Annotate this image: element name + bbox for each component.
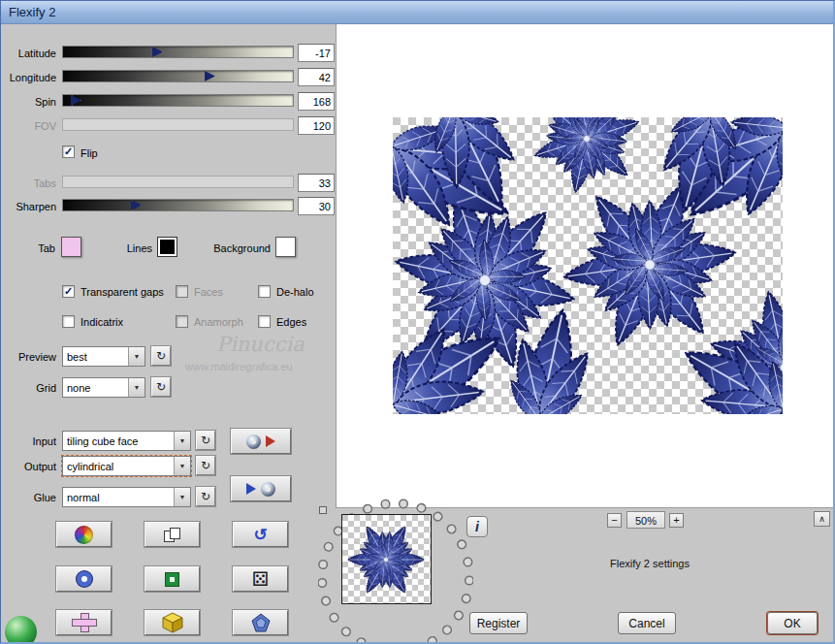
- fov-row: FOV 120: [3, 116, 336, 136]
- cross-icon: [72, 613, 97, 632]
- refresh-icon: ↻: [201, 434, 210, 447]
- minus-icon: −: [611, 515, 617, 526]
- zoom-level: 50%: [626, 511, 665, 529]
- dehalo-checkbox[interactable]: [258, 285, 271, 298]
- flip-checkbox[interactable]: ✓: [62, 145, 75, 158]
- logo-swirl-button[interactable]: [56, 522, 112, 547]
- swatch-row: Tab Lines Background: [3, 237, 336, 260]
- longitude-slider[interactable]: [62, 70, 294, 82]
- cancel-button[interactable]: Cancel: [618, 612, 676, 634]
- titlebar[interactable]: Flexify 2: [1, 1, 833, 24]
- random-button[interactable]: ⚄: [233, 566, 288, 592]
- cancel-button-label: Cancel: [628, 617, 664, 630]
- faces-checkbox: [176, 285, 188, 298]
- sharpen-value[interactable]: 30: [298, 197, 335, 215]
- glue-cycle-button[interactable]: ↻: [196, 487, 215, 506]
- chevron-down-icon[interactable]: ▼: [174, 432, 190, 450]
- output-cycle-button[interactable]: ↻: [196, 456, 215, 475]
- grid-row: Grid none ▼ ↻: [3, 377, 336, 399]
- indicatrix-label: Indicatrix: [80, 316, 123, 328]
- grid-cycle-button[interactable]: ↻: [151, 377, 171, 397]
- lines-swatch-label: Lines: [119, 242, 152, 254]
- settings-up-button[interactable]: ∧: [814, 511, 830, 527]
- background-color-swatch[interactable]: [275, 237, 296, 257]
- sharpen-label: Sharpen: [3, 201, 56, 212]
- chevron-down-icon[interactable]: ▼: [128, 347, 145, 366]
- ok-button[interactable]: OK: [767, 612, 818, 634]
- spin-row: Spin 168: [3, 92, 336, 112]
- transparent-gaps-checkbox[interactable]: ✓: [62, 285, 75, 298]
- preview-combo-label: Preview: [3, 351, 56, 363]
- up-arrow-icon: ∧: [819, 515, 825, 524]
- zoom-in-button[interactable]: +: [669, 513, 684, 528]
- spin-slider-handle[interactable]: [71, 95, 81, 106]
- spin-value[interactable]: 168: [298, 92, 335, 111]
- edges-checkbox[interactable]: [258, 315, 271, 328]
- indicatrix-checkbox[interactable]: [62, 315, 75, 328]
- sharpen-slider[interactable]: [62, 199, 294, 211]
- latitude-value[interactable]: -17: [298, 44, 335, 62]
- unfold-cube-button[interactable]: [56, 610, 112, 635]
- fov-slider: [62, 118, 294, 131]
- play-icon: [246, 483, 256, 495]
- output-row: Output cylindrical ▼ ↻: [3, 456, 336, 477]
- polyhedron-button[interactable]: [233, 610, 288, 635]
- grid-combo[interactable]: none ▼: [62, 377, 145, 398]
- output-combo-value: cylindrical: [63, 457, 174, 475]
- input-combo-value: tiling cube face: [63, 432, 174, 450]
- preview-combo[interactable]: best ▼: [62, 346, 145, 367]
- copy-pages-icon: [164, 528, 180, 542]
- grid-combo-value: none: [63, 378, 128, 397]
- tabs-label: Tabs: [3, 177, 56, 189]
- register-button[interactable]: Register: [469, 612, 528, 634]
- chevron-down-icon[interactable]: ▼: [128, 378, 145, 397]
- latitude-slider[interactable]: [62, 46, 294, 58]
- frame-button[interactable]: [145, 566, 200, 592]
- ring-button[interactable]: [56, 566, 112, 592]
- copy-settings-button[interactable]: [145, 522, 200, 547]
- green-sphere-icon[interactable]: [5, 616, 37, 644]
- glue-combo-label: Glue: [3, 492, 56, 503]
- glue-play-button[interactable]: [231, 476, 291, 501]
- anamorph-checkbox: [176, 315, 188, 328]
- chevron-down-icon[interactable]: ▼: [174, 457, 190, 475]
- longitude-row: Longitude 42: [3, 68, 336, 87]
- preview-area[interactable]: [336, 24, 835, 508]
- watermark-url: www.maidiregrafica.eu: [185, 361, 293, 372]
- play-icon: [266, 435, 275, 447]
- plus-icon: +: [673, 515, 679, 526]
- zoom-out-button[interactable]: −: [607, 513, 622, 528]
- ring-icon: [77, 571, 92, 587]
- fov-value: 120: [298, 116, 335, 135]
- spin-slider[interactable]: [62, 94, 294, 107]
- ok-button-label: OK: [784, 617, 800, 630]
- flip-row: ✓ Flip: [3, 145, 336, 164]
- input-play-button[interactable]: [231, 429, 291, 454]
- longitude-value[interactable]: 42: [298, 68, 335, 86]
- glue-combo[interactable]: normal ▼: [62, 487, 191, 507]
- refresh-icon: ↻: [201, 490, 210, 503]
- tab-color-swatch[interactable]: [61, 237, 81, 257]
- lines-color-swatch[interactable]: [157, 237, 177, 257]
- settings-caption: Flexify 2 settings: [587, 558, 713, 569]
- undo-button[interactable]: ↺: [233, 522, 288, 547]
- refresh-icon: ↻: [201, 459, 210, 472]
- input-combo-label: Input: [3, 435, 56, 447]
- cube-button[interactable]: [145, 610, 200, 635]
- longitude-slider-handle[interactable]: [205, 71, 215, 81]
- tabs-row: Tabs 33: [3, 174, 336, 193]
- preview-cycle-button[interactable]: ↻: [151, 346, 171, 366]
- thumbnail-grip-handle[interactable]: [319, 506, 327, 514]
- chevron-down-icon[interactable]: ▼: [174, 488, 190, 506]
- yellow-cube-icon: [162, 612, 183, 633]
- input-cycle-button[interactable]: ↻: [196, 431, 215, 450]
- preview-thumbnail[interactable]: [341, 514, 432, 604]
- output-combo[interactable]: cylindrical ▼: [62, 456, 191, 476]
- preview-image[interactable]: [393, 117, 783, 414]
- info-button[interactable]: i: [466, 516, 488, 537]
- info-icon: i: [475, 519, 479, 534]
- latitude-slider-handle[interactable]: [152, 47, 163, 57]
- disc-icon: [261, 482, 275, 497]
- input-combo[interactable]: tiling cube face ▼: [62, 431, 191, 451]
- sharpen-slider-handle[interactable]: [131, 200, 142, 210]
